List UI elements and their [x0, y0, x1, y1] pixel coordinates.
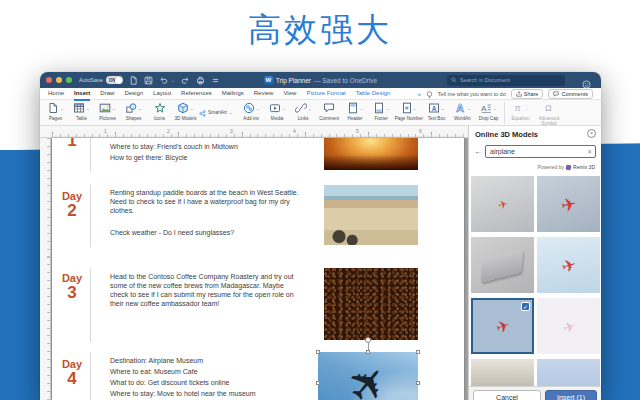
coffee-beans-photo[interactable] [324, 268, 418, 340]
autosave-toggle-group: AutoSave ON [79, 76, 123, 84]
3d-model-small-red-plane[interactable]: ✈ [471, 176, 534, 232]
tab-insert[interactable]: Insert [74, 87, 90, 101]
ribbon-button-header[interactable]: ⌄Header [343, 102, 368, 121]
panel-search-row: ← ✕ [469, 144, 601, 160]
redo-icon[interactable] [180, 75, 190, 85]
doc-paragraph: What to do: Get discount tickets online [110, 378, 300, 387]
dropdown-chevron-icon: ⌄ [493, 106, 496, 111]
search-in-document-field[interactable]: Search in Document [447, 75, 565, 86]
new-document-icon[interactable] [129, 75, 139, 85]
ribbon-button-3d-models[interactable]: ⌄3D Models [173, 102, 198, 121]
ribbon-button-page-number[interactable]: #⌄Page Number [395, 102, 423, 121]
print-icon[interactable] [195, 75, 205, 85]
svg-text:π: π [515, 103, 521, 113]
airplane-photo-wrap: ✈ [318, 352, 418, 400]
ruler-number: 4 [293, 128, 296, 134]
back-arrow-icon[interactable]: ← [474, 147, 482, 157]
ribbon-button-footer[interactable]: ⌄Footer [369, 102, 394, 121]
tab-draw[interactable]: Draw [100, 87, 114, 101]
3d-model-red-cartoon-jet[interactable]: ✈ [537, 176, 600, 232]
footer-icon [373, 100, 385, 118]
cancel-button[interactable]: Cancel [473, 390, 541, 400]
doc-paragraph: Destination: Airplane Museum [110, 356, 300, 365]
model-search-input[interactable] [485, 145, 596, 158]
resize-handle-top-left[interactable] [316, 350, 320, 354]
tab-overflow-indicator[interactable]: » [418, 91, 421, 97]
svg-text:A: A [456, 102, 464, 114]
ribbon-button-smartart[interactable]: SmartArt⌄ [199, 103, 238, 121]
tell-me-box[interactable]: Tell me what you want to do [438, 91, 506, 97]
tab-table-design[interactable]: Table Design [356, 87, 391, 101]
plane-glyph: ✈ [559, 256, 578, 277]
minimize-window-button[interactable] [56, 77, 62, 83]
resize-handle-right[interactable] [416, 381, 420, 385]
autosave-toggle[interactable]: ON [106, 76, 123, 84]
panel-footer: Cancel Insert (1) [469, 386, 601, 400]
dropdown-chevron-icon: ⌄ [190, 106, 193, 111]
concert-crowd-photo[interactable] [324, 138, 418, 170]
ruler-number: 1 [104, 128, 107, 134]
smartart-icon [199, 103, 206, 121]
ribbon-button-advanced-symbol[interactable]: ΩAdvanced Symbol [534, 102, 564, 127]
rotate-handle[interactable] [365, 337, 371, 343]
resize-handle-left[interactable] [316, 381, 320, 385]
clear-search-icon[interactable]: ✕ [587, 148, 592, 155]
undo-icon[interactable] [159, 75, 169, 85]
tab-layout[interactable]: Layout [153, 87, 171, 101]
svg-text:A: A [432, 104, 437, 111]
document-page[interactable]: Day1Where to stay: Friend's couch in Mid… [52, 138, 464, 400]
ribbon-button-table[interactable]: ⌄Table [69, 102, 94, 121]
resize-handle-top[interactable] [366, 350, 370, 354]
close-panel-icon[interactable]: × [587, 129, 596, 138]
share-button[interactable]: Share [511, 89, 544, 99]
day-number: 3 [52, 284, 92, 302]
tab-references[interactable]: References [181, 87, 212, 101]
traffic-lights [46, 77, 72, 83]
ribbon-button-drop-cap[interactable]: A⌄Drop Cap [476, 102, 501, 121]
ribbon-button-equation[interactable]: π⌄Equation [508, 102, 533, 121]
powered-by-label: Powered by [538, 164, 564, 170]
day-1-text: Where to stay: Friend's couch in Midtown… [110, 142, 300, 162]
3d-model-red-striped-wing-plane[interactable]: ✈ [537, 237, 600, 293]
text-box-icon: A [428, 100, 440, 118]
customize-toolbar-icon[interactable] [210, 75, 220, 85]
doc-paragraph: Where to eat: Museum Cafe [110, 367, 300, 376]
tab-home[interactable]: Home [48, 87, 64, 101]
close-window-button[interactable] [46, 77, 52, 83]
undo-dropdown-icon[interactable]: ⌄ [171, 77, 175, 83]
ribbon-button-pictures[interactable]: ⌄Pictures [95, 102, 120, 121]
insert-button[interactable]: Insert (1) [545, 390, 597, 400]
tab-review[interactable]: Review [254, 87, 274, 101]
3d-model-gray-slab[interactable] [471, 237, 534, 293]
ribbon-button-comment[interactable]: Comment [317, 102, 342, 121]
ribbon-button-add-ins[interactable]: ⌄Add-ins [239, 102, 264, 121]
resize-handle-top-right[interactable] [416, 350, 420, 354]
tab-mailings[interactable]: Mailings [222, 87, 244, 101]
3d-model-faint-pink-plane[interactable]: ✈ [537, 298, 600, 354]
day-number: 1 [52, 138, 92, 150]
comment-icon [323, 100, 335, 118]
ribbon-button-shapes[interactable]: ⌄Shapes [121, 102, 146, 121]
ribbon-button-links[interactable]: ⌄Links [291, 102, 316, 121]
ribbon-button-icons[interactable]: Icons [147, 102, 172, 121]
ribbon-button-wordart[interactable]: A⌄WordArt [450, 102, 475, 121]
tab-design[interactable]: Design [124, 87, 143, 101]
drop-cap-icon: A [480, 100, 492, 118]
zoom-window-button[interactable] [66, 77, 72, 83]
ribbon-button-media[interactable]: ⌄Media [265, 102, 290, 121]
tab-picture-format[interactable]: Picture Format [306, 87, 345, 101]
coffee-beans-photo-wrap [324, 268, 418, 340]
airplane-photo[interactable]: ✈ [318, 352, 418, 400]
ribbon-button-pages[interactable]: ⌄Pages [43, 102, 68, 121]
tab-view[interactable]: View [283, 87, 296, 101]
ruler-number: 3 [230, 128, 233, 134]
feedback-smiley-icon[interactable] [582, 75, 591, 93]
dropdown-chevron-icon: ⌄ [60, 106, 63, 111]
beach-photo[interactable] [324, 185, 418, 245]
pictures-icon [99, 100, 111, 118]
3d-model-red-white-biplane[interactable]: ✈✓ [471, 298, 534, 354]
save-icon[interactable] [144, 75, 154, 85]
ribbon-button-text-box[interactable]: A⌄Text Box [424, 102, 449, 121]
doc-paragraph: How to get there: Bicycle [110, 153, 300, 162]
online-3d-models-panel: Online 3D Models × ← ✕ Powered by Remix … [468, 126, 601, 400]
